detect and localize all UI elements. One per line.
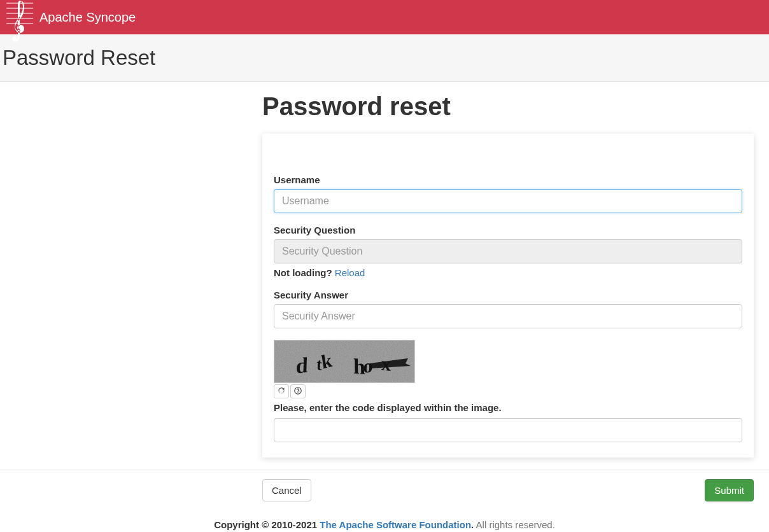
captcha-help-button[interactable] [290, 384, 306, 398]
form-heading: Password reset [262, 92, 754, 121]
app-title: Apache Syncope [39, 10, 136, 25]
left-pane [0, 82, 262, 470]
svg-point-15 [297, 392, 298, 393]
security-answer-input[interactable] [274, 304, 742, 328]
security-answer-group: Security Answer [274, 290, 742, 328]
right-pane: Password reset Username Security Questio… [262, 82, 769, 470]
username-input[interactable] [274, 189, 742, 213]
captcha-buttons [274, 384, 742, 398]
captcha-section: d t k h o x [274, 340, 742, 442]
security-answer-label: Security Answer [274, 290, 742, 300]
action-row: Cancel Submit [262, 470, 769, 510]
username-group: Username [274, 174, 742, 213]
security-question-label: Security Question [274, 225, 742, 235]
footer-foundation-link[interactable]: The Apache Software Foundation [320, 519, 471, 530]
reload-link[interactable]: Reload [335, 267, 365, 278]
security-question-help: Not loading? Reload [274, 267, 742, 278]
page-title: Password Reset [3, 46, 766, 70]
username-label: Username [274, 174, 742, 185]
captcha-image: d t k h o x [274, 340, 415, 383]
svg-text:d: d [295, 353, 308, 378]
captcha-instruction: Please, enter the code displayed within … [274, 402, 742, 413]
app-logo [5, 0, 34, 44]
security-question-group: Security Question Not loading? Reload [274, 225, 742, 278]
cancel-button[interactable]: Cancel [262, 479, 311, 501]
footer-rights: All rights reserved. [474, 519, 555, 530]
header-bar: Password Reset [0, 34, 769, 82]
not-loading-text: Not loading? [274, 267, 332, 278]
submit-button[interactable]: Submit [705, 479, 754, 501]
top-bar: Apache Syncope [0, 0, 769, 34]
form-card: Username Security Question Not loading? … [262, 134, 754, 458]
security-question-input [274, 239, 742, 263]
captcha-refresh-button[interactable] [274, 384, 289, 398]
refresh-icon [278, 387, 285, 396]
svg-point-5 [18, 26, 22, 29]
main-content: Password reset Username Security Questio… [0, 82, 769, 470]
footer-copyright-prefix: Copyright © 2010-2021 [214, 519, 320, 530]
footer: Copyright © 2010-2021 The Apache Softwar… [0, 510, 769, 532]
captcha-input[interactable] [274, 418, 742, 442]
help-icon [294, 387, 302, 396]
